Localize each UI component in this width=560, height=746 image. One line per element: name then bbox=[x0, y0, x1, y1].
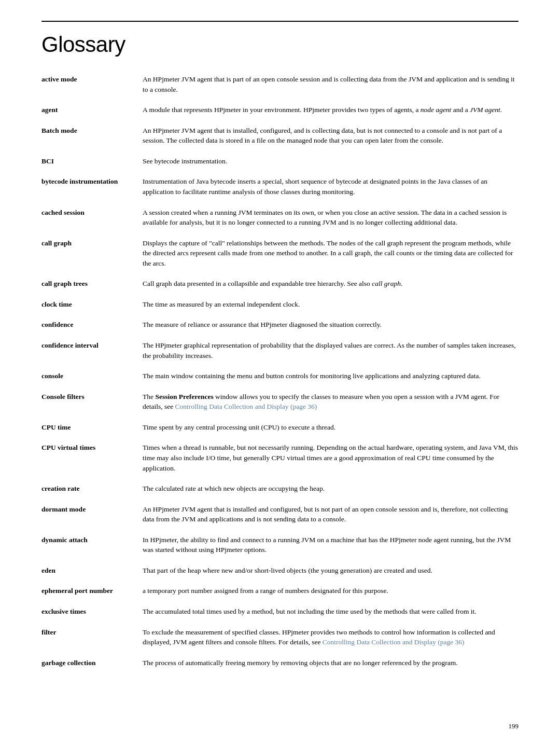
definition-cell: The main window containing the menu and … bbox=[143, 368, 519, 384]
table-row: Batch modeAn HPjmeter JVM agent that is … bbox=[41, 123, 519, 148]
table-row: exclusive timesThe accumulated total tim… bbox=[41, 604, 519, 619]
definition-cell: The accumulated total times used by a me… bbox=[143, 604, 519, 619]
term-cell: Batch mode bbox=[41, 123, 143, 148]
page: Glossary active modeAn HPjmeter JVM agen… bbox=[0, 0, 560, 746]
table-row: call graph treesCall graph data presente… bbox=[41, 276, 519, 292]
table-row: dynamic attachIn HPjmeter, the ability t… bbox=[41, 532, 519, 558]
row-spacer bbox=[41, 599, 519, 604]
term-cell: Console filters bbox=[41, 389, 143, 415]
definition-cell: The measure of reliance or assurance tha… bbox=[143, 317, 519, 333]
table-row: confidenceThe measure of reliance or ass… bbox=[41, 317, 519, 333]
term-cell: creation rate bbox=[41, 481, 143, 496]
term-cell: confidence bbox=[41, 317, 143, 333]
row-spacer bbox=[41, 312, 519, 317]
definition-cell: An HPjmeter JVM agent that is part of an… bbox=[143, 72, 519, 97]
definition-cell: A module that represents HPjmeter in you… bbox=[143, 102, 519, 118]
row-spacer bbox=[41, 527, 519, 532]
definition-cell: Displays the capture of "call" relations… bbox=[143, 236, 519, 271]
row-spacer bbox=[41, 650, 519, 655]
term-cell: eden bbox=[41, 563, 143, 578]
definition-cell: An HPjmeter JVM agent that is installed … bbox=[143, 502, 519, 527]
term-cell: dynamic attach bbox=[41, 532, 143, 558]
term-cell: BCI bbox=[41, 154, 143, 169]
row-spacer bbox=[41, 333, 519, 338]
table-row: agentA module that represents HPjmeter i… bbox=[41, 102, 519, 118]
table-row: confidence intervalThe HPjmeter graphica… bbox=[41, 338, 519, 363]
definition-cell: The time as measured by an external inde… bbox=[143, 297, 519, 312]
table-row: active modeAn HPjmeter JVM agent that is… bbox=[41, 72, 519, 97]
term-cell: console bbox=[41, 368, 143, 384]
table-row: dormant modeAn HPjmeter JVM agent that i… bbox=[41, 502, 519, 527]
definition-cell: The Session Preferences window allows yo… bbox=[143, 389, 519, 415]
row-spacer bbox=[41, 148, 519, 154]
definition-cell: Instrumentation of Java bytecode inserts… bbox=[143, 174, 519, 199]
term-cell: CPU virtual times bbox=[41, 440, 143, 476]
term-cell: CPU time bbox=[41, 420, 143, 435]
table-row: garbage collectionThe process of automat… bbox=[41, 655, 519, 671]
row-spacer bbox=[41, 230, 519, 236]
table-row: filterTo exclude the measurement of spec… bbox=[41, 625, 519, 650]
term-cell: cached session bbox=[41, 205, 143, 230]
row-spacer bbox=[41, 271, 519, 276]
table-row: bytecode instrumentationInstrumentation … bbox=[41, 174, 519, 199]
term-cell: active mode bbox=[41, 72, 143, 97]
table-row: Console filtersThe Session Preferences w… bbox=[41, 389, 519, 415]
row-spacer bbox=[41, 118, 519, 123]
table-row: consoleThe main window containing the me… bbox=[41, 368, 519, 384]
row-spacer bbox=[41, 476, 519, 481]
definition-cell: Call graph data presented in a collapsib… bbox=[143, 276, 519, 292]
definition-cell: The process of automatically freeing mem… bbox=[143, 655, 519, 671]
row-spacer bbox=[41, 97, 519, 102]
term-cell: garbage collection bbox=[41, 655, 143, 671]
term-cell: clock time bbox=[41, 297, 143, 312]
row-spacer bbox=[41, 578, 519, 583]
row-spacer bbox=[41, 384, 519, 389]
term-cell: bytecode instrumentation bbox=[41, 174, 143, 199]
row-spacer bbox=[41, 619, 519, 625]
definition-cell: In HPjmeter, the ability to find and con… bbox=[143, 532, 519, 558]
definition-cell: Times when a thread is runnable, but not… bbox=[143, 440, 519, 476]
term-cell: ephemeral port number bbox=[41, 583, 143, 599]
term-cell: call graph bbox=[41, 236, 143, 271]
table-row: creation rateThe calculated rate at whic… bbox=[41, 481, 519, 496]
glossary-table: active modeAn HPjmeter JVM agent that is… bbox=[41, 72, 519, 675]
term-cell: call graph trees bbox=[41, 276, 143, 292]
term-cell: confidence interval bbox=[41, 338, 143, 363]
table-row: ephemeral port numbera temporary port nu… bbox=[41, 583, 519, 599]
term-cell: agent bbox=[41, 102, 143, 118]
row-spacer bbox=[41, 558, 519, 563]
table-row: edenThat part of the heap where new and/… bbox=[41, 563, 519, 578]
definition-cell: An HPjmeter JVM agent that is installed,… bbox=[143, 123, 519, 148]
row-spacer bbox=[41, 496, 519, 502]
top-border bbox=[41, 21, 519, 22]
definition-cell: The calculated rate at which new objects… bbox=[143, 481, 519, 496]
term-cell: filter bbox=[41, 625, 143, 650]
row-spacer bbox=[41, 292, 519, 297]
table-row: call graphDisplays the capture of "call"… bbox=[41, 236, 519, 271]
row-spacer bbox=[41, 363, 519, 368]
table-row: cached sessionA session created when a r… bbox=[41, 205, 519, 230]
row-spacer bbox=[41, 169, 519, 174]
table-row: clock timeThe time as measured by an ext… bbox=[41, 297, 519, 312]
definition-cell: To exclude the measurement of specified … bbox=[143, 625, 519, 650]
row-spacer bbox=[41, 435, 519, 440]
row-spacer bbox=[41, 200, 519, 205]
table-row: CPU virtual timesTimes when a thread is … bbox=[41, 440, 519, 476]
definition-cell: The HPjmeter graphical representation of… bbox=[143, 338, 519, 363]
definition-cell: See bytecode instrumentation. bbox=[143, 154, 519, 169]
definition-cell: Time spent by any central processing uni… bbox=[143, 420, 519, 435]
row-spacer bbox=[41, 670, 519, 675]
term-cell: exclusive times bbox=[41, 604, 143, 619]
page-number: 199 bbox=[509, 722, 519, 730]
page-title: Glossary bbox=[41, 32, 519, 57]
term-cell: dormant mode bbox=[41, 502, 143, 527]
definition-cell: A session created when a running JVM ter… bbox=[143, 205, 519, 230]
row-spacer bbox=[41, 415, 519, 420]
definition-cell: a temporary port number assigned from a … bbox=[143, 583, 519, 599]
table-row: BCISee bytecode instrumentation. bbox=[41, 154, 519, 169]
definition-cell: That part of the heap where new and/or s… bbox=[143, 563, 519, 578]
table-row: CPU timeTime spent by any central proces… bbox=[41, 420, 519, 435]
